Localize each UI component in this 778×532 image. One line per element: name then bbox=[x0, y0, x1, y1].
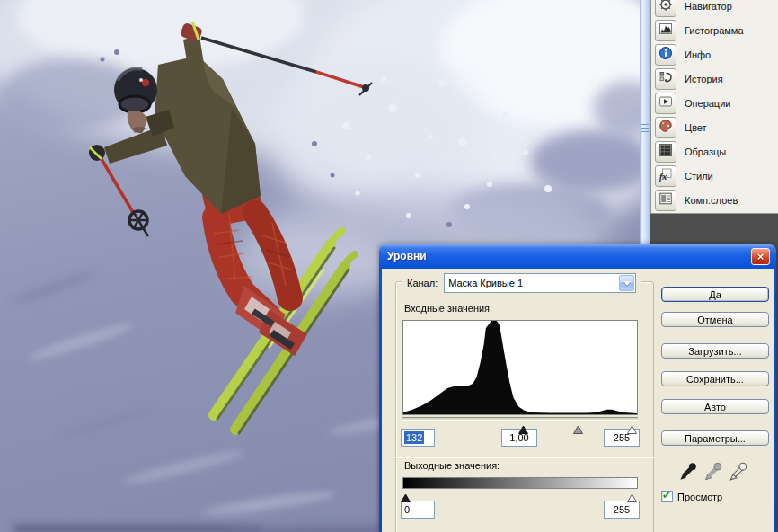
auto-button[interactable]: Авто bbox=[661, 399, 769, 414]
dialog-titlebar[interactable]: Уровни × bbox=[379, 244, 776, 269]
channel-value: Маска Кривые 1 bbox=[445, 278, 619, 288]
palette-dock: НавигаторГистограммаИнфоИсторияОперацииЦ… bbox=[650, 0, 778, 214]
input-black-slider[interactable] bbox=[518, 421, 528, 430]
input-black-field[interactable]: 132 bbox=[401, 429, 435, 447]
check-icon: ✔ bbox=[662, 489, 671, 501]
preview-label: Просмотр bbox=[677, 492, 722, 502]
actions-button[interactable] bbox=[655, 93, 676, 114]
output-white-field[interactable]: 255 bbox=[604, 501, 640, 519]
info-icon bbox=[659, 46, 673, 64]
navigator-icon bbox=[659, 0, 673, 15]
actions-icon bbox=[659, 94, 673, 112]
separator bbox=[395, 457, 654, 458]
close-button[interactable]: × bbox=[751, 248, 770, 265]
dock-item-color[interactable]: Цвет bbox=[651, 115, 778, 139]
ok-button[interactable]: Да bbox=[661, 287, 769, 302]
channel-select[interactable]: Маска Кривые 1 bbox=[444, 273, 636, 293]
dock-item-label[interactable]: Стили bbox=[685, 171, 713, 182]
styles-icon: fx bbox=[659, 167, 673, 185]
layer-comps-icon bbox=[659, 191, 673, 209]
dock-item-label[interactable]: Инфо bbox=[685, 49, 711, 60]
histogram-button[interactable] bbox=[655, 20, 676, 41]
selected-text: 132 bbox=[404, 431, 424, 444]
info-button[interactable] bbox=[655, 44, 676, 66]
dialog-title: Уровни bbox=[387, 250, 427, 262]
output-black-field[interactable]: 0 bbox=[401, 501, 435, 519]
preview-checkbox[interactable]: ✔ bbox=[661, 491, 673, 502]
dock-item-navigator[interactable]: Навигатор bbox=[651, 0, 778, 18]
dialog-body: Канал: Маска Кривые 1 Входные значения: … bbox=[382, 269, 774, 532]
input-slider-track[interactable] bbox=[402, 417, 638, 421]
swatches-button[interactable] bbox=[655, 141, 676, 163]
output-gradient-bar[interactable] bbox=[402, 477, 638, 489]
dock-grip-icon bbox=[641, 124, 649, 135]
black-point-eyedropper-icon[interactable] bbox=[678, 458, 698, 482]
dock-item-label[interactable]: Гистограмма bbox=[685, 25, 744, 36]
navigator-button[interactable] bbox=[655, 0, 676, 17]
cancel-button[interactable]: Отмена bbox=[661, 312, 769, 327]
input-white-slider[interactable] bbox=[627, 421, 637, 430]
close-icon: × bbox=[757, 250, 765, 263]
svg-text:fx: fx bbox=[659, 171, 667, 181]
photoshop-workspace: НавигаторГистограммаИнфоИсторияОперацииЦ… bbox=[0, 0, 778, 532]
color-button[interactable] bbox=[655, 117, 676, 138]
input-gamma-slider[interactable] bbox=[573, 421, 583, 430]
dock-item-swatches[interactable]: Образцы bbox=[651, 139, 778, 164]
dock-item-label[interactable]: История bbox=[685, 74, 723, 84]
history-icon bbox=[659, 70, 673, 88]
dock-item-layer-comps[interactable]: Комп.слоев bbox=[651, 188, 778, 212]
gray-point-eyedropper-icon[interactable] bbox=[703, 458, 723, 482]
histogram-plot bbox=[402, 320, 638, 415]
combo-arrow-button[interactable] bbox=[619, 275, 634, 291]
channel-label: Канал: bbox=[407, 278, 438, 288]
output-levels-label: Выходные значения: bbox=[404, 460, 500, 471]
load-button[interactable]: Загрузить... bbox=[661, 343, 769, 359]
dock-item-label[interactable]: Комп.слоев bbox=[685, 195, 738, 206]
swatches-icon bbox=[659, 143, 673, 161]
output-white-slider[interactable] bbox=[627, 490, 637, 498]
chevron-down-icon bbox=[623, 281, 631, 286]
save-button[interactable]: Сохранить... bbox=[661, 371, 769, 386]
history-button[interactable] bbox=[655, 68, 676, 90]
styles-button[interactable]: fx bbox=[655, 165, 676, 187]
output-black-slider[interactable] bbox=[401, 490, 411, 498]
dock-item-label[interactable]: Операции bbox=[685, 98, 730, 109]
dock-item-styles[interactable]: fxСтили bbox=[651, 164, 778, 188]
color-icon bbox=[659, 119, 673, 137]
levels-dialog: Уровни × Канал: Маска Кривые 1 Входные з… bbox=[379, 244, 776, 532]
dock-item-label[interactable]: Навигатор bbox=[685, 1, 732, 12]
layer-comps-button[interactable] bbox=[655, 190, 676, 211]
dock-item-label[interactable]: Цвет bbox=[685, 122, 707, 133]
dock-item-actions[interactable]: Операции bbox=[651, 91, 778, 115]
input-levels-label: Входные значения: bbox=[404, 303, 492, 314]
options-button[interactable]: Параметры... bbox=[661, 430, 769, 446]
preview-row: ✔ Просмотр bbox=[661, 491, 722, 502]
dock-item-history[interactable]: История bbox=[651, 66, 778, 91]
histogram-icon bbox=[659, 22, 673, 40]
dock-item-label[interactable]: Образцы bbox=[685, 146, 726, 157]
channel-row: Канал: Маска Кривые 1 bbox=[402, 272, 641, 294]
dock-item-histogram[interactable]: Гистограмма bbox=[651, 18, 778, 42]
eyedropper-group bbox=[678, 458, 756, 482]
dock-item-info[interactable]: Инфо bbox=[651, 42, 778, 66]
white-point-eyedropper-icon[interactable] bbox=[729, 458, 748, 482]
